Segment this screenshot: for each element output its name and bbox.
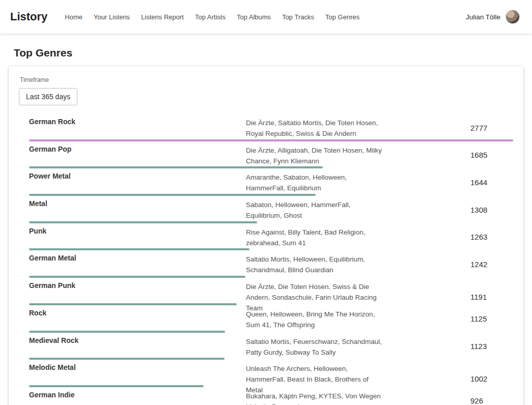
genre-name: Power Metal [29, 169, 246, 193]
genre-name: German Pop [29, 142, 246, 166]
nav-item-top-artists[interactable]: Top Artists [195, 13, 226, 21]
genre-row-main: German Pop Die Ärzte, Alligatoah, Die To… [29, 142, 513, 165]
genre-row-main: Punk Rise Against, Billy Talent, Bad Rel… [29, 224, 513, 247]
genre-bar-fill [29, 303, 237, 305]
nav-item-top-albums[interactable]: Top Albums [237, 13, 271, 21]
genres-card: Timeframe Last 365 days German Rock Die … [9, 66, 523, 405]
genre-bar-fill [29, 248, 249, 250]
genre-bar-fill [29, 276, 245, 278]
timeframe-control: Timeframe Last 365 days [19, 76, 513, 105]
genre-bar-fill [29, 221, 257, 223]
nav-item-top-genres[interactable]: Top Genres [325, 13, 359, 21]
genre-bar-fill [29, 194, 316, 196]
genre-count: 1644 [470, 176, 513, 187]
genre-row-main: Medieval Rock Saltatio Mortis, Feuerschw… [29, 333, 513, 357]
genre-bar-fill [29, 331, 225, 333]
genre-row-main: German Rock Die Ärzte, Saltatio Mortis, … [29, 114, 513, 138]
genre-bar-fill [29, 385, 204, 387]
genre-bar-fill [29, 139, 513, 141]
genre-row: German Indie Bukahara, Käptn Peng, KYTES… [29, 388, 513, 405]
genre-count: 926 [470, 394, 513, 405]
timeframe-label: Timeframe [20, 76, 513, 83]
genre-artists: Rise Against, Billy Talent, Bad Religion… [246, 224, 470, 248]
genre-row-main: Power Metal Amaranthe, Sabaton, Hellowee… [29, 169, 513, 192]
genre-count: 1242 [470, 258, 513, 269]
genre-count: 1125 [470, 312, 513, 323]
genre-row-main: German Punk Die Ärzte, Die Toten Hosen, … [29, 278, 513, 302]
user-avatar[interactable] [506, 10, 520, 24]
genre-name: Medieval Rock [29, 333, 246, 358]
genre-row: Metal Sabaton, Helloween, HammerFall, Eq… [29, 196, 513, 224]
genre-count: 1685 [470, 149, 513, 159]
genre-bar-track [29, 139, 513, 141]
genre-artists: Sabaton, Helloween, HammerFall, Equilibr… [246, 196, 470, 221]
genre-bar-track [29, 358, 513, 360]
genre-bar-track [29, 331, 513, 333]
genre-bar-track [29, 166, 513, 168]
genre-artists: Amaranthe, Sabaton, Helloween, HammerFal… [246, 169, 470, 193]
genre-artists: Queen, Helloween, Bring Me The Horizon, … [246, 306, 470, 330]
genre-artists: Saltatio Mortis, Helloween, Equilibrium,… [246, 251, 470, 275]
nav-item-your-listens[interactable]: Your Listens [94, 13, 130, 21]
genre-row: Medieval Rock Saltatio Mortis, Feuerschw… [29, 333, 513, 361]
genre-count: 1002 [470, 372, 513, 383]
genre-name: German Indie [29, 388, 246, 405]
genre-bar-track [29, 276, 513, 278]
genre-artists: Saltatio Mortis, Feuerschwanz, Schandmau… [246, 333, 470, 358]
genre-name: Punk [29, 224, 246, 248]
nav-item-home[interactable]: Home [65, 13, 82, 21]
genre-row-main: Rock Queen, Helloween, Bring Me The Hori… [29, 306, 513, 329]
app-bar: Listory HomeYour ListensListens ReportTo… [0, 0, 532, 34]
genre-name: German Metal [29, 251, 246, 275]
genre-name: Metal [29, 196, 246, 221]
nav-item-listens-report[interactable]: Listens Report [141, 13, 184, 21]
main-nav: HomeYour ListensListens ReportTop Artist… [65, 13, 359, 21]
page-title: Top Genres [14, 47, 524, 59]
brand-logo[interactable]: Listory [10, 10, 47, 23]
genre-bar-track [29, 303, 513, 305]
genre-bar-track [29, 248, 513, 250]
genre-bar-track [29, 194, 513, 196]
nav-item-top-tracks[interactable]: Top Tracks [282, 13, 314, 21]
genre-name: German Rock [29, 114, 246, 139]
user-menu[interactable]: Julian Tölle [466, 10, 520, 24]
genre-count: 1308 [470, 204, 513, 214]
genre-count: 2777 [470, 122, 513, 132]
genre-row: Punk Rise Against, Billy Talent, Bad Rel… [29, 224, 513, 251]
genre-row: German Metal Saltatio Mortis, Helloween,… [29, 251, 513, 278]
genre-row: German Pop Die Ärzte, Alligatoah, Die To… [29, 142, 513, 169]
genre-row: German Punk Die Ärzte, Die Toten Hosen, … [29, 278, 513, 306]
genre-bar-fill [29, 166, 323, 168]
genre-row-main: German Indie Bukahara, Käptn Peng, KYTES… [29, 388, 513, 405]
user-name: Julian Tölle [466, 13, 500, 21]
genre-bar-track [29, 221, 513, 223]
page-content: Top Genres Timeframe Last 365 days Germa… [0, 34, 532, 405]
genre-row-main: Melodic Metal Unleash The Archers, Hello… [29, 360, 513, 384]
genre-artists: Die Ärzte, Saltatio Mortis, Die Toten Ho… [246, 114, 470, 139]
genre-artists: Die Ärzte, Alligatoah, Die Toten Hosen, … [246, 142, 470, 166]
genre-count: 1263 [470, 230, 513, 241]
genre-row: German Rock Die Ärzte, Saltatio Mortis, … [29, 114, 513, 142]
genre-bar-fill [29, 358, 225, 360]
genre-bar-track [29, 385, 513, 387]
genre-count: 1191 [470, 291, 513, 301]
genre-row: Power Metal Amaranthe, Sabaton, Hellowee… [29, 169, 513, 196]
timeframe-select[interactable]: Last 365 days [19, 88, 77, 105]
genre-row-main: Metal Sabaton, Helloween, HammerFall, Eq… [29, 196, 513, 220]
genre-name: Rock [29, 306, 246, 330]
genre-row: Melodic Metal Unleash The Archers, Hello… [29, 360, 513, 388]
genre-artists: Bukahara, Käptn Peng, KYTES, Von Wegen L… [246, 388, 470, 405]
genre-count: 1123 [470, 340, 513, 351]
genre-list: German Rock Die Ärzte, Saltatio Mortis, … [29, 114, 513, 405]
genre-row: Rock Queen, Helloween, Bring Me The Hori… [29, 306, 513, 333]
genre-row-main: German Metal Saltatio Mortis, Helloween,… [29, 251, 513, 274]
